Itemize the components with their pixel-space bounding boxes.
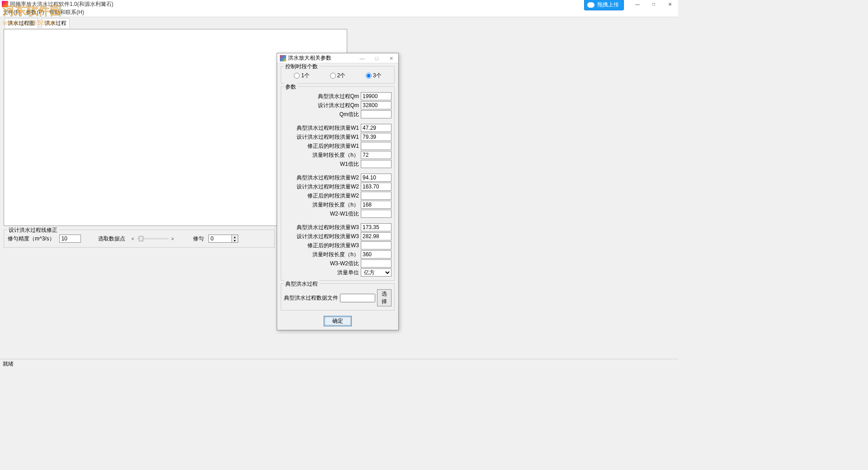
param-row: 典型洪水过程时段洪量W2 — [284, 174, 392, 182]
upload-badge-label: 拖拽上传 — [597, 1, 619, 9]
param-row: 洪量时段长度（h） — [284, 250, 392, 258]
correction-groupbox: 设计洪水过程线修正 修匀精度（m^3/s） 选取数据点 < > 修匀 ▲ ▼ — [4, 230, 275, 248]
params-legend: 参数 — [284, 83, 297, 91]
menu-file[interactable]: 文件(F) — [3, 9, 20, 16]
param-row: Qm倍比 — [284, 110, 392, 118]
param-label: 典型洪水过程Qm — [284, 93, 359, 100]
minimize-button[interactable]: — — [629, 0, 646, 8]
unit-select[interactable]: 亿方 — [361, 268, 392, 277]
param-label: 典型洪水过程时段洪量W1 — [284, 124, 359, 132]
status-text: 就绪 — [3, 361, 14, 367]
param-label: 洪量时段长度（h） — [284, 251, 359, 258]
param-label: 洪量时段长度（h） — [284, 201, 359, 209]
smooth-label: 修匀 — [193, 235, 204, 243]
param-input[interactable] — [361, 223, 392, 231]
param-row: 设计洪水过程Qm — [284, 101, 392, 109]
param-input[interactable] — [361, 192, 392, 200]
param-label: 典型洪水过程时段洪量W3 — [284, 224, 359, 231]
param-row: 设计洪水过程时段洪量W1 — [284, 133, 392, 141]
smooth-spinner[interactable]: ▲ ▼ — [208, 235, 238, 243]
window-title: 同频率放大洪水过程软件1.0(和源水利篝石) — [10, 0, 113, 8]
param-row: 洪量时段长度（h） — [284, 151, 392, 159]
param-input[interactable] — [361, 250, 392, 258]
slider-thumb[interactable] — [139, 236, 143, 241]
param-label: 修正后的时段洪量W2 — [284, 192, 359, 200]
spinner-down-icon[interactable]: ▼ — [231, 239, 238, 242]
dialog-minimize-button[interactable]: — — [355, 53, 369, 63]
spinner-up-icon[interactable]: ▲ — [231, 235, 238, 239]
dialog-maximize-button[interactable]: □ — [369, 53, 384, 63]
menu-help[interactable]: 帮助和联系(H) — [49, 9, 84, 16]
param-input[interactable] — [361, 259, 392, 268]
tab-flood-graph[interactable]: 洪水过程图 — [5, 18, 38, 28]
param-input[interactable] — [361, 92, 392, 100]
pick-label: 选取数据点 — [98, 235, 125, 243]
menu-bar: 文件(F) 参数(P) 帮助和联系(H) — [0, 8, 678, 17]
param-row: 典型洪水过程时段洪量W3 — [284, 223, 392, 231]
param-label: 设计洪水过程时段洪量W3 — [284, 233, 359, 240]
unit-label: 洪量单位 — [284, 269, 359, 277]
pick-slider[interactable]: < > — [130, 235, 176, 242]
tab-flood-process[interactable]: 洪水过程 — [42, 18, 70, 28]
upload-badge[interactable]: 拖拽上传 — [584, 0, 624, 10]
close-button[interactable]: ✕ — [662, 0, 678, 8]
param-row: 修正后的时段洪量W1 — [284, 142, 392, 150]
param-input[interactable] — [361, 124, 392, 132]
smooth-input[interactable] — [209, 235, 231, 242]
param-input[interactable] — [361, 174, 392, 182]
dialog-title: 洪水放大相关参数 — [288, 54, 331, 62]
tabs-row: 洪水过程图 洪水过程 — [0, 17, 678, 29]
param-label: 洪量时段长度（h） — [284, 151, 359, 159]
param-row: 典型洪水过程时段洪量W1 — [284, 124, 392, 132]
param-row: 洪量时段长度（h） — [284, 201, 392, 209]
param-input[interactable] — [361, 110, 392, 118]
param-input[interactable] — [361, 241, 392, 249]
param-row: 设计洪水过程时段洪量W2 — [284, 183, 392, 191]
param-row: 典型洪水过程Qm — [284, 92, 392, 100]
file-input[interactable] — [340, 294, 375, 302]
param-input[interactable] — [361, 133, 392, 141]
dialog-close-button[interactable]: ✕ — [384, 53, 398, 63]
cloud-icon — [587, 2, 594, 8]
precision-input[interactable] — [59, 235, 81, 243]
menu-params[interactable]: 参数(P) — [26, 9, 44, 16]
param-input[interactable] — [361, 160, 392, 168]
slider-track[interactable] — [137, 238, 169, 240]
radio-3-segments[interactable]: 3个 — [366, 72, 382, 80]
chevron-right-icon[interactable]: > — [170, 235, 176, 242]
ok-button[interactable]: 确定 — [324, 316, 352, 326]
param-label: W3-W2倍比 — [284, 260, 359, 268]
dialog-title-bar[interactable]: 洪水放大相关参数 — □ ✕ — [277, 53, 398, 63]
param-label: 设计洪水过程时段洪量W2 — [284, 183, 359, 191]
param-label: 修正后的时段洪量W3 — [284, 242, 359, 249]
param-input[interactable] — [361, 142, 392, 150]
maximize-button[interactable]: □ — [646, 0, 662, 8]
browse-button[interactable]: 选择 — [377, 289, 392, 306]
radio-1-segment[interactable]: 1个 — [294, 72, 310, 80]
param-input[interactable] — [361, 183, 392, 191]
correction-legend: 设计洪水过程线修正 — [7, 226, 59, 234]
status-bar: 就绪 — [0, 359, 678, 367]
param-label: 设计洪水过程时段洪量W1 — [284, 133, 359, 141]
params-dialog: 洪水放大相关参数 — □ ✕ 控制时段个数 1个 2个 3个 参数 典型洪水过程… — [277, 53, 399, 330]
param-input[interactable] — [361, 201, 392, 209]
param-row: 设计洪水过程时段洪量W3 — [284, 232, 392, 240]
chevron-left-icon[interactable]: < — [130, 235, 136, 242]
precision-label: 修匀精度（m^3/s） — [8, 235, 55, 243]
param-input[interactable] — [361, 151, 392, 159]
app-icon — [2, 1, 8, 7]
param-input[interactable] — [361, 232, 392, 240]
param-label: 典型洪水过程时段洪量W2 — [284, 174, 359, 182]
file-label: 典型洪水过程数据文件 — [284, 294, 338, 302]
title-bar: 同频率放大洪水过程软件1.0(和源水利篝石) 拖拽上传 — □ ✕ — [0, 0, 678, 8]
window-controls: — □ ✕ — [629, 0, 678, 8]
param-input[interactable] — [361, 210, 392, 218]
radio-2-segments[interactable]: 2个 — [330, 72, 346, 80]
param-label: Qm倍比 — [284, 111, 359, 118]
unit-row: 洪量单位 亿方 — [284, 268, 392, 277]
segments-legend: 控制时段个数 — [284, 63, 319, 70]
param-input[interactable] — [361, 101, 392, 109]
param-row: W1倍比 — [284, 160, 392, 168]
typical-groupbox: 典型洪水过程 典型洪水过程数据文件 选择 — [281, 283, 395, 310]
params-groupbox: 参数 典型洪水过程Qm设计洪水过程QmQm倍比典型洪水过程时段洪量W1设计洪水过… — [281, 86, 395, 281]
